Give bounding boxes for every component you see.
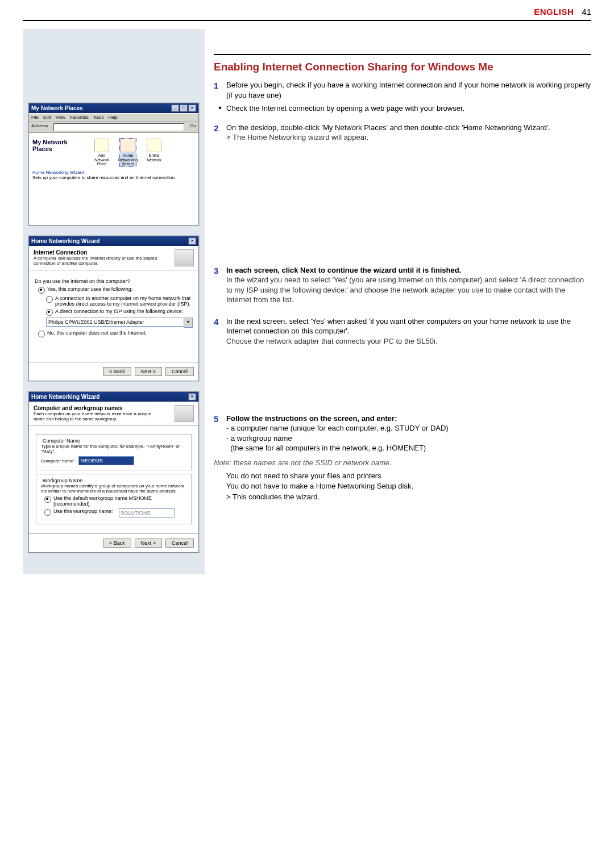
step-2: 2 On the desktop, double-click 'My Netwo…: [214, 123, 591, 143]
wizard-header: Internet Connection A computer can acces…: [29, 246, 198, 270]
close-icon[interactable]: ×: [188, 393, 196, 400]
section-title: Enabling Internet Connection Sharing for…: [214, 61, 591, 73]
step-number: 3: [214, 265, 226, 305]
radio-icon: [44, 496, 51, 503]
window-title: Home Networking Wizard: [31, 394, 99, 400]
address-label: Address: [31, 123, 48, 131]
radio-icon: [38, 331, 45, 337]
wizard-question: Do you use the Internet on this computer…: [35, 278, 193, 284]
wizard-icon: [175, 249, 194, 266]
go-button[interactable]: Go: [190, 123, 196, 131]
window-wizard-internet-connection: Home Networking Wizard × Internet Connec…: [28, 236, 199, 381]
radio-default-workgroup[interactable]: Use the default workgroup name MSHOME (r…: [41, 495, 186, 507]
window-my-network-places: My Network Places _ □ × File Edit View F…: [28, 103, 199, 226]
step-5: 5 Follow the instructions on the screen,…: [214, 414, 591, 453]
menu-view[interactable]: View: [56, 115, 65, 120]
closing-l3: > This concludes the wizard.: [226, 493, 320, 501]
close-icon[interactable]: ×: [188, 237, 196, 245]
step-number: 5: [214, 414, 226, 453]
next-button[interactable]: Next >: [135, 539, 162, 548]
note-text: Note: these names are not the SSID or ne…: [214, 458, 591, 468]
window-wizard-names: Home Networking Wizard × Computer and wo…: [28, 391, 199, 553]
screenshots-column: My Network Places _ □ × File Edit View F…: [23, 29, 205, 574]
next-button[interactable]: Next >: [135, 367, 162, 376]
menu-edit[interactable]: Edit: [43, 115, 51, 120]
wizard-icon: [175, 405, 194, 422]
icon-entire-network[interactable]: Entire Network: [146, 139, 162, 162]
step-number: 4: [214, 316, 226, 347]
steps: 1 Before you begin, check if you have a …: [214, 80, 591, 502]
wizard-buttons: < Back Next > Cancel: [29, 362, 198, 381]
radio-no[interactable]: No, this computer does not use the Inter…: [35, 330, 193, 337]
step-bold: In each screen, click Next to continue t…: [226, 266, 461, 274]
radio-icon: [46, 296, 53, 303]
wizard-body: Computer Name Type a unique name for thi…: [29, 426, 198, 533]
step-number: 1: [214, 80, 226, 100]
two-column-layout: My Network Places _ □ × File Edit View F…: [23, 29, 591, 574]
step-line2: - a workgroup name: [226, 434, 292, 443]
closing-l2: You do not have to make a Home Networkin…: [226, 482, 413, 490]
wizard-buttons: < Back Next > Cancel: [29, 533, 198, 552]
icon-home-networking-wizard[interactable]: Home Networking Wizard: [120, 139, 136, 166]
address-input[interactable]: [53, 123, 184, 131]
radio-direct-isp[interactable]: A direct connection to my ISP using the …: [35, 308, 193, 316]
menu-tools[interactable]: Tools: [93, 115, 104, 120]
step-bold: Follow the instructions on the screen, a…: [226, 414, 397, 423]
minimize-icon[interactable]: _: [171, 105, 179, 112]
step-text: On the desktop, double-click 'My Network…: [226, 123, 550, 132]
icon-row: My Network Places Add Network Place Home…: [32, 139, 195, 166]
step-sub: Choose the network adapter that connects…: [226, 337, 437, 345]
back-button[interactable]: < Back: [103, 539, 131, 548]
step-text: Before you begin, check if you have a wo…: [226, 80, 591, 100]
menu-help[interactable]: Help: [108, 115, 117, 120]
step-text: In the next screen, select 'Yes' when as…: [226, 317, 571, 336]
window-title: My Network Places: [31, 105, 83, 111]
maximize-icon[interactable]: □: [180, 105, 188, 112]
radio-another-computer[interactable]: A connection to another computer on my h…: [35, 295, 193, 307]
step-sub: In the wizard you need to select 'Yes' (…: [226, 276, 584, 304]
radio-yes[interactable]: Yes, this computer uses the following:: [35, 286, 193, 294]
titlebar: Home Networking Wizard ×: [29, 236, 198, 246]
menu-favorites[interactable]: Favorites: [70, 115, 89, 120]
window-title: Home Networking Wizard: [31, 238, 99, 244]
workgroup-name-input[interactable]: [119, 508, 175, 518]
group-hint: Workgroup names identify a group of comp…: [41, 483, 186, 494]
closing-lines: You do not need to share your files and …: [226, 471, 591, 502]
computer-name-input[interactable]: [78, 456, 134, 465]
radio-icon: [44, 509, 51, 516]
wizard-header: Computer and workgroup names Each comput…: [29, 402, 198, 426]
wizard-panel-title: Computer and workgroup names: [34, 405, 159, 411]
computer-name-label: Computer name:: [41, 458, 75, 464]
chevron-down-icon[interactable]: ▾: [184, 318, 193, 328]
icon-add-network-place[interactable]: Add Network Place: [94, 139, 110, 166]
closing-l1: You do not need to share your files and …: [226, 471, 381, 480]
back-button[interactable]: < Back: [103, 367, 131, 376]
step-line1: - a computer name (unique for each compu…: [226, 424, 449, 432]
device-combo-value[interactable]: [46, 318, 184, 327]
step-4: 4 In the next screen, select 'Yes' when …: [214, 316, 591, 347]
step-line3: (the same for all computers in the netwo…: [226, 444, 426, 452]
cancel-button[interactable]: Cancel: [165, 367, 194, 376]
radio-icon: [46, 309, 53, 316]
radio-icon: [38, 287, 45, 294]
page: ENGLISH 41 My Network Places _ □ × File: [0, 0, 614, 597]
explorer-body: My Network Places Add Network Place Home…: [29, 133, 198, 225]
group-hint: Type a unique name for this computer, fo…: [41, 444, 186, 454]
wizard-panel-title: Internet Connection: [34, 249, 159, 256]
bullet-text: Check the Internet connection by opening…: [226, 103, 591, 114]
selected-item-desc: Sets up your computers to share resource…: [32, 175, 195, 180]
page-header: ENGLISH 41: [23, 0, 591, 21]
step-1: 1 Before you begin, check if you have a …: [214, 80, 591, 100]
menu-file[interactable]: File: [31, 115, 39, 120]
cancel-button[interactable]: Cancel: [165, 539, 194, 548]
step-number: 2: [214, 123, 226, 143]
window-controls: _ □ ×: [171, 105, 196, 112]
radio-custom-workgroup[interactable]: Use this workgroup name:: [41, 508, 186, 518]
step-1-bullet: • Check the Internet connection by openi…: [214, 103, 591, 114]
selected-item-name: Home Networking Wizard: [32, 170, 195, 175]
titlebar: My Network Places _ □ ×: [29, 103, 198, 113]
address-bar: Address Go: [29, 122, 198, 133]
device-combo[interactable]: ▾: [46, 318, 193, 328]
step-sub: > The Home Networking wizard will appear…: [226, 133, 368, 141]
close-icon[interactable]: ×: [188, 105, 196, 112]
